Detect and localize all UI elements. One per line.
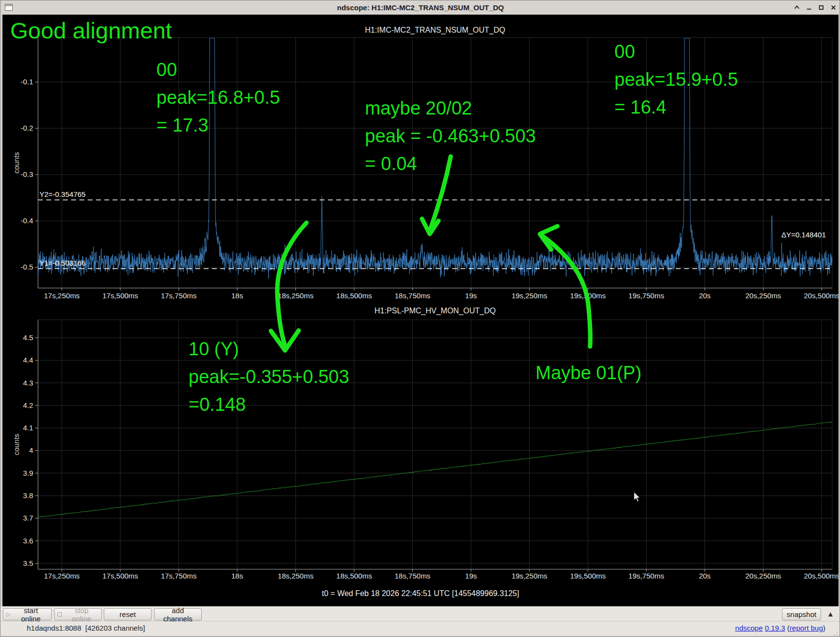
svg-text:19s,750ms: 19s,750ms <box>629 572 664 580</box>
svg-text:Y2=-0.354765: Y2=-0.354765 <box>39 190 86 198</box>
svg-text:20s: 20s <box>699 291 710 300</box>
svg-text:3.5: 3.5 <box>23 559 33 567</box>
version-link[interactable]: 0.19.3 <box>765 624 785 632</box>
start-online-button[interactable]: ▷ start online <box>3 608 52 620</box>
svg-text:4.1: 4.1 <box>23 424 33 432</box>
svg-text:-0.4: -0.4 <box>20 216 33 225</box>
window-title: ndscope: H1:IMC-MC2_TRANS_NSUM_OUT_DQ <box>0 3 840 12</box>
svg-text:H1:PSL-PMC_HV_MON_OUT_DQ: H1:PSL-PMC_HV_MON_OUT_DQ <box>375 307 496 315</box>
svg-text:counts: counts <box>12 152 20 174</box>
svg-text:19s,250ms: 19s,250ms <box>512 291 547 300</box>
minimize-button[interactable] <box>805 4 812 11</box>
statusbar: h1daqnds1:8088 [426203 channels] ndscope… <box>0 621 840 636</box>
about-links: ndscope 0.19.3 (report bug) <box>735 624 825 632</box>
resize-grip[interactable] <box>837 632 838 633</box>
svg-text:17s,500ms: 17s,500ms <box>102 572 138 580</box>
svg-text:19s,500ms: 19s,500ms <box>570 572 606 580</box>
svg-text:18s,750ms: 18s,750ms <box>395 291 430 300</box>
expand-arrow-icon[interactable]: ▲ <box>827 610 834 618</box>
toolbar: ▷ start online stop online reset add cha… <box>0 606 840 621</box>
svg-text:20s,250ms: 20s,250ms <box>745 291 781 300</box>
add-channels-button[interactable]: add channels <box>154 608 202 620</box>
svg-text:20s,250ms: 20s,250ms <box>745 572 781 580</box>
svg-text:3.6: 3.6 <box>23 537 33 545</box>
svg-text:19s: 19s <box>465 572 477 580</box>
svg-text:4: 4 <box>29 446 33 454</box>
svg-text:4.4: 4.4 <box>23 356 33 364</box>
ndscope-window: ndscope: H1:IMC-MC2_TRANS_NSUM_OUT_DQ -0… <box>0 0 840 637</box>
svg-text:ΔY=0.148401: ΔY=0.148401 <box>782 231 826 239</box>
svg-text:19s,750ms: 19s,750ms <box>629 291 664 300</box>
play-icon: ▷ <box>6 612 10 617</box>
svg-text:18s,750ms: 18s,750ms <box>395 572 430 580</box>
svg-text:-0.1: -0.1 <box>20 77 33 86</box>
svg-text:4.5: 4.5 <box>23 333 33 342</box>
plot-region[interactable]: -0.1-0.2-0.3-0.4-0.517s,250ms17s,500ms17… <box>2 15 839 606</box>
svg-text:17s,500ms: 17s,500ms <box>102 291 138 300</box>
svg-text:18s,500ms: 18s,500ms <box>336 572 372 580</box>
svg-text:4.3: 4.3 <box>23 379 33 387</box>
charts-canvas[interactable]: -0.1-0.2-0.3-0.4-0.517s,250ms17s,500ms17… <box>2 15 839 606</box>
svg-text:-0.3: -0.3 <box>20 170 33 178</box>
svg-text:18s,250ms: 18s,250ms <box>278 572 313 580</box>
svg-text:17s,250ms: 17s,250ms <box>44 572 79 580</box>
stop-online-button[interactable]: stop online <box>54 608 102 620</box>
svg-text:4.2: 4.2 <box>23 401 33 409</box>
svg-text:-0.2: -0.2 <box>20 124 33 132</box>
svg-text:18s,250ms: 18s,250ms <box>278 291 313 300</box>
stop-icon <box>57 612 62 617</box>
svg-text:18s: 18s <box>231 291 243 300</box>
svg-text:17s,750ms: 17s,750ms <box>161 572 196 580</box>
svg-text:3.8: 3.8 <box>23 491 33 500</box>
titlebar[interactable]: ndscope: H1:IMC-MC2_TRANS_NSUM_OUT_DQ <box>0 0 840 15</box>
svg-text:19s: 19s <box>465 291 477 300</box>
svg-text:17s,750ms: 17s,750ms <box>161 291 196 300</box>
svg-text:18s: 18s <box>231 572 243 580</box>
svg-text:20s: 20s <box>699 572 710 580</box>
svg-text:-0.5: -0.5 <box>20 263 33 271</box>
ndscope-link[interactable]: ndscope <box>735 624 763 632</box>
svg-text:18s,500ms: 18s,500ms <box>336 291 372 300</box>
server-status: h1daqnds1:8088 [426203 channels] <box>27 624 145 632</box>
svg-text:19s,250ms: 19s,250ms <box>512 572 547 580</box>
close-button[interactable] <box>830 4 837 11</box>
svg-text:20s,500ms: 20s,500ms <box>804 291 839 300</box>
shade-button[interactable] <box>793 4 800 11</box>
snapshot-button[interactable]: snapshot <box>782 608 821 620</box>
svg-text:counts: counts <box>12 434 20 455</box>
svg-text:3.9: 3.9 <box>23 469 33 477</box>
reset-button[interactable]: reset <box>104 608 152 620</box>
svg-text:Y1=-0.503166: Y1=-0.503166 <box>39 259 86 267</box>
svg-text:17s,250ms: 17s,250ms <box>44 291 79 300</box>
maximize-button[interactable] <box>818 4 824 11</box>
svg-text:19s,500ms: 19s,500ms <box>570 291 606 300</box>
svg-text:20s,500ms: 20s,500ms <box>804 572 839 580</box>
svg-text:3.7: 3.7 <box>23 514 33 522</box>
report-bug-link[interactable]: report bug <box>790 624 823 632</box>
svg-text:H1:IMC-MC2_TRANS_NSUM_OUT_DQ: H1:IMC-MC2_TRANS_NSUM_OUT_DQ <box>365 26 505 35</box>
